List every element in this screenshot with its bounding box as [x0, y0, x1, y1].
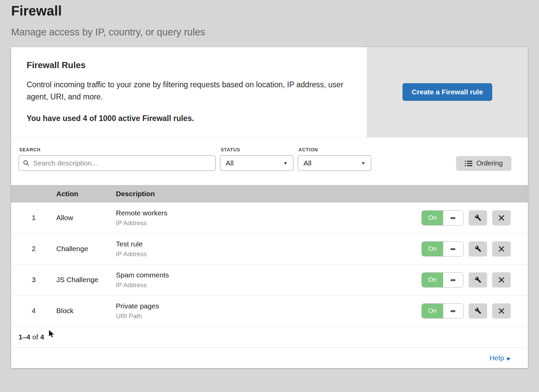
status-filter-group: STATUS All ▼ — [220, 147, 293, 171]
search-label: SEARCH — [19, 147, 216, 152]
close-icon — [499, 308, 504, 314]
description-column-header: Description — [116, 190, 528, 198]
help-link[interactable]: Help ▶ — [489, 354, 511, 362]
filter-bar: SEARCH STATUS All ▼ ACTION All ▼ — [11, 138, 528, 185]
close-icon — [499, 215, 504, 221]
page-subtitle: Manage access by IP, country, or query r… — [11, 27, 528, 38]
rule-match-type: IP Address — [116, 219, 421, 227]
rule-description-cell: Test rule IP Address — [116, 240, 421, 258]
toggle-on-label: On — [422, 273, 443, 287]
rule-action: Allow — [56, 214, 116, 222]
rule-match-type: IP Address — [116, 281, 421, 289]
toggle-on-label: On — [422, 211, 443, 225]
rule-controls: On ◂▸ — [421, 210, 528, 225]
rule-action: JS Challenge — [56, 276, 116, 284]
rule-controls: On ◂▸ — [421, 272, 528, 288]
delete-rule-button[interactable] — [492, 303, 511, 319]
rule-number: 3 — [11, 276, 56, 284]
rule-controls: On ◂▸ — [421, 303, 528, 319]
table-row: 3 JS Challenge Spam comments IP Address … — [11, 265, 528, 296]
chevron-down-icon: ▼ — [283, 160, 288, 166]
action-filter-group: ACTION All ▼ — [298, 147, 371, 171]
table-row: 1 Allow Remote workers IP Address On ◂▸ — [11, 203, 528, 234]
rule-description-cell: Remote workers IP Address — [116, 209, 421, 227]
table-row: 4 Block Private pages URI Path On ◂▸ — [11, 296, 528, 327]
rule-description-cell: Spam comments IP Address — [116, 271, 421, 289]
pagination-of: of — [32, 333, 38, 341]
ordering-icon — [465, 160, 472, 167]
rule-description: Private pages — [116, 302, 421, 310]
ordering-button-label: Ordering — [476, 159, 503, 167]
action-label: ACTION — [298, 147, 371, 152]
help-arrow-icon: ▶ — [507, 356, 511, 361]
wrench-icon — [475, 214, 481, 221]
action-select[interactable]: All ▼ — [298, 155, 371, 171]
pagination-range: 1–4 — [19, 333, 30, 341]
edit-rule-button[interactable] — [469, 241, 487, 257]
close-icon — [499, 246, 504, 252]
search-icon — [23, 160, 30, 167]
pagination-total: 4 — [40, 333, 44, 341]
edit-rule-button[interactable] — [469, 272, 487, 288]
firewall-rules-card: Firewall Rules Control incoming traffic … — [11, 47, 528, 368]
rule-number: 1 — [11, 214, 56, 222]
delete-rule-button[interactable] — [492, 210, 511, 225]
wrench-icon — [475, 307, 481, 314]
card-intro-text: Firewall Rules Control incoming traffic … — [11, 47, 367, 137]
rule-enabled-toggle[interactable]: On ◂▸ — [421, 272, 464, 288]
rule-description: Spam comments — [116, 271, 421, 279]
toggle-on-label: On — [422, 242, 443, 256]
toggle-arrows-icon: ◂▸ — [443, 273, 463, 287]
delete-rule-button[interactable] — [492, 272, 511, 288]
section-heading: Firewall Rules — [27, 60, 347, 70]
pagination: 1–4 of 4 — [11, 327, 528, 348]
table-row: 2 Challenge Test rule IP Address On ◂▸ — [11, 234, 528, 265]
create-firewall-rule-button[interactable]: Create a Firewall rule — [403, 83, 492, 101]
rule-action: Challenge — [56, 245, 116, 253]
card-intro-section: Firewall Rules Control incoming traffic … — [11, 47, 528, 138]
toggle-arrows-icon: ◂▸ — [443, 211, 463, 225]
wrench-icon — [475, 245, 481, 252]
action-column-header: Action — [56, 190, 116, 198]
rule-match-type: URI Path — [116, 312, 421, 320]
help-row: Help ▶ — [11, 348, 528, 368]
ordering-button[interactable]: Ordering — [456, 156, 511, 171]
wrench-icon — [475, 276, 481, 283]
status-label: STATUS — [221, 147, 293, 152]
page-title: Firewall — [11, 3, 528, 19]
status-select[interactable]: All ▼ — [220, 155, 293, 171]
rule-description: Remote workers — [116, 209, 421, 217]
rule-enabled-toggle[interactable]: On ◂▸ — [421, 303, 464, 319]
delete-rule-button[interactable] — [492, 241, 511, 257]
help-link-label: Help — [489, 354, 504, 362]
rule-match-type: IP Address — [116, 250, 421, 258]
usage-text: You have used 4 of 1000 active Firewall … — [27, 114, 347, 123]
toggle-arrows-icon: ◂▸ — [443, 304, 463, 318]
rule-number: 2 — [11, 245, 56, 253]
rule-description-cell: Private pages URI Path — [116, 302, 421, 320]
search-box — [19, 155, 216, 171]
edit-rule-button[interactable] — [469, 210, 487, 225]
table-header: Action Description — [11, 185, 528, 203]
toggle-arrows-icon: ◂▸ — [443, 242, 463, 256]
rule-description: Test rule — [116, 240, 421, 248]
rule-enabled-toggle[interactable]: On ◂▸ — [421, 241, 464, 257]
rule-number: 4 — [11, 307, 56, 315]
search-input[interactable] — [32, 159, 211, 168]
cta-panel: Create a Firewall rule — [367, 47, 528, 137]
rule-enabled-toggle[interactable]: On ◂▸ — [421, 210, 464, 225]
chevron-down-icon: ▼ — [361, 160, 366, 166]
rule-controls: On ◂▸ — [421, 241, 528, 257]
status-select-value: All — [226, 159, 233, 167]
action-select-value: All — [304, 159, 311, 167]
search-filter-group: SEARCH — [19, 147, 216, 171]
edit-rule-button[interactable] — [469, 303, 487, 319]
toggle-on-label: On — [422, 304, 443, 318]
rule-action: Block — [56, 307, 116, 315]
page-header: Firewall Manage access by IP, country, o… — [0, 0, 539, 38]
close-icon — [499, 277, 504, 283]
section-description: Control incoming traffic to your zone by… — [27, 79, 347, 103]
